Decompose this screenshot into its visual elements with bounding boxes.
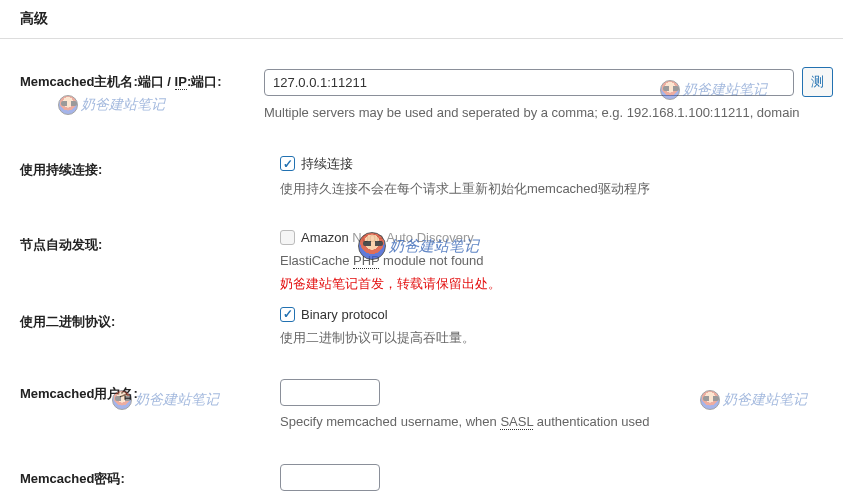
label-username: Memcached用户名: (20, 379, 280, 403)
field-binary: Binary protocol 使用二进制协议可以提高吞吐量。 (280, 307, 843, 348)
label-host: Memcached主机名:端口 / IP:端口: (20, 67, 264, 91)
autodiscovery-desc: ElastiCache PHP module not found (280, 251, 833, 271)
test-button[interactable]: 测 (802, 67, 833, 97)
field-password (280, 464, 843, 491)
field-autodiscovery: Amazon Node Auto Discovery ElastiCache P… (280, 230, 843, 293)
row-username: Memcached用户名: Specify memcached username… (0, 367, 843, 432)
autodiscovery-checkbox[interactable] (280, 230, 295, 245)
field-persistent: 持续连接 使用持久连接不会在每个请求上重新初始化memcached驱动程序 (280, 155, 843, 199)
binary-checkbox[interactable] (280, 307, 295, 322)
row-autodiscovery: 节点自动发现: Amazon Node Auto Discovery Elast… (0, 218, 843, 293)
row-persistent: 使用持续连接: 持续连接 使用持久连接不会在每个请求上重新初始化memcache… (0, 143, 843, 199)
field-host: 测 Multiple servers may be used and seper… (264, 67, 843, 123)
autodiscovery-red-note: 奶爸建站笔记首发，转载请保留出处。 (280, 275, 833, 293)
label-password: Memcached密码: (20, 464, 280, 488)
password-input[interactable] (280, 464, 380, 491)
row-password: Memcached密码: (0, 452, 843, 492)
persistent-desc: 使用持久连接不会在每个请求上重新初始化memcached驱动程序 (280, 179, 833, 199)
host-input[interactable] (264, 69, 794, 96)
persistent-checkbox[interactable] (280, 156, 295, 171)
label-autodiscovery: 节点自动发现: (20, 230, 280, 254)
section-header: 高级 (0, 0, 843, 39)
binary-desc: 使用二进制协议可以提高吞吐量。 (280, 328, 833, 348)
label-binary: 使用二进制协议: (20, 307, 280, 331)
row-host: Memcached主机名:端口 / IP:端口: 测 Multiple serv… (0, 39, 843, 123)
host-desc: Multiple servers may be used and seperat… (264, 103, 833, 123)
autodiscovery-checkbox-label: Amazon Node Auto Discovery (301, 230, 474, 245)
persistent-checkbox-label: 持续连接 (301, 155, 353, 173)
username-input[interactable] (280, 379, 380, 406)
label-persistent: 使用持续连接: (20, 155, 280, 179)
field-username: Specify memcached username, when SASL au… (280, 379, 843, 432)
username-desc: Specify memcached username, when SASL au… (280, 412, 833, 432)
section-title: 高级 (20, 10, 48, 26)
row-binary: 使用二进制协议: Binary protocol 使用二进制协议可以提高吞吐量。 (0, 293, 843, 348)
binary-checkbox-label: Binary protocol (301, 307, 388, 322)
